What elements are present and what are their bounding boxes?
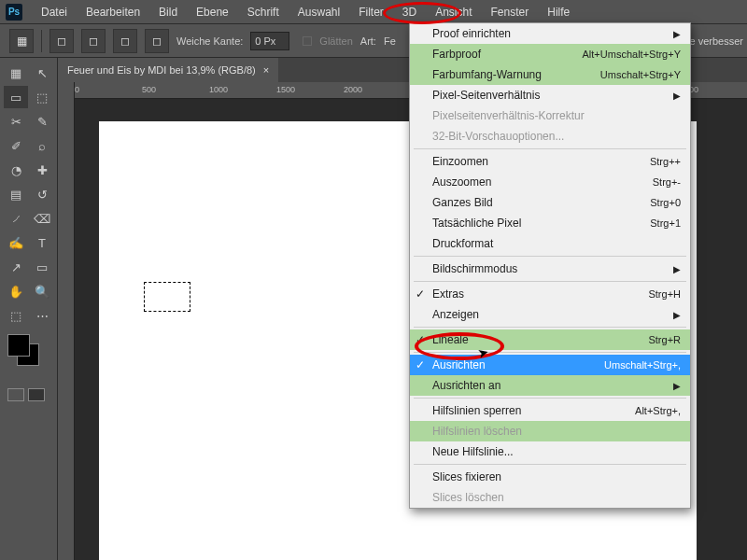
menu-hilfe[interactable]: Hilfe bbox=[538, 2, 579, 22]
menuitem-ausrichten[interactable]: AusrichtenUmschalt+Strg+, bbox=[410, 355, 690, 375]
menuitem-label: Ausrichten bbox=[432, 358, 486, 371]
menuitem-label: Proof einrichten bbox=[432, 27, 511, 40]
ruler-tick: 1500 bbox=[276, 85, 295, 94]
close-icon[interactable]: × bbox=[263, 64, 269, 76]
selection-new-icon[interactable]: ◻ bbox=[49, 29, 74, 53]
menu-filter[interactable]: Filter bbox=[349, 2, 393, 22]
tool-17[interactable]: ▭ bbox=[30, 256, 54, 278]
tool-16[interactable]: ↗ bbox=[4, 256, 28, 278]
tool-15[interactable]: T bbox=[30, 231, 54, 254]
tool-6[interactable]: ✐ bbox=[4, 134, 28, 157]
menuitem-slices-fixieren[interactable]: Slices fixieren bbox=[410, 467, 690, 487]
ruler-tick: 500 bbox=[142, 85, 156, 94]
document-tab[interactable]: Feuer und Eis by MDI bei 13,9% (RGB/8) × bbox=[58, 58, 278, 82]
menu-fenster[interactable]: Fenster bbox=[482, 2, 539, 22]
menubar: Ps DateiBearbeitenBildEbeneSchriftAuswah… bbox=[0, 0, 747, 24]
menuitem-auszoomen[interactable]: AuszoomenStrg+- bbox=[410, 172, 690, 192]
tool-18[interactable]: ✋ bbox=[4, 280, 28, 302]
menuitem-hilfslinien-l-schen: Hilfslinien löschen bbox=[410, 421, 690, 441]
menuitem-pixelseitenverh-ltnis-korrektur: Pixelseitenverhältnis-Korrektur bbox=[410, 105, 690, 126]
ruler-tick: 2000 bbox=[344, 85, 362, 94]
feather-label: Weiche Kante: bbox=[176, 35, 243, 47]
menu-bearbeiten[interactable]: Bearbeiten bbox=[77, 2, 149, 22]
menuitem-hilfslinien-sperren[interactable]: Hilfslinien sperrenAlt+Strg+, bbox=[410, 400, 690, 421]
tool-12[interactable]: ⟋ bbox=[4, 207, 28, 230]
menuitem-label: Ausrichten an bbox=[432, 379, 500, 392]
menu-datei[interactable]: Datei bbox=[32, 2, 77, 22]
menuitem-slices-l-schen: Slices löschen bbox=[410, 487, 690, 508]
menu-auswahl[interactable]: Auswahl bbox=[289, 2, 349, 22]
selection-sub-icon[interactable]: ◻ bbox=[113, 29, 137, 53]
menuitem-einzoomen[interactable]: EinzoomenStrg++ bbox=[410, 151, 690, 172]
menuitem-label: Hilfslinien sperren bbox=[432, 404, 521, 417]
shortcut-label: Umschalt+Strg+Y bbox=[600, 69, 681, 80]
tool-19[interactable]: 🔍 bbox=[30, 280, 54, 302]
menuitem-extras[interactable]: ExtrasStrg+H bbox=[410, 284, 690, 304]
tool-9[interactable]: ✚ bbox=[30, 159, 54, 181]
tool-0[interactable]: ▦ bbox=[4, 62, 28, 84]
menuitem-label: Druckformat bbox=[432, 237, 493, 250]
ruler-vertical bbox=[58, 82, 75, 560]
tool-2[interactable]: ▭ bbox=[4, 86, 28, 108]
menuitem-label: Farbumfang-Warnung bbox=[432, 68, 542, 81]
shortcut-label: Strg+1 bbox=[650, 217, 681, 229]
tool-preset-icon[interactable]: ▦ bbox=[9, 29, 34, 53]
tool-14[interactable]: ✍ bbox=[4, 231, 28, 254]
menuitem-ausrichten-an[interactable]: Ausrichten an▶ bbox=[410, 375, 690, 396]
tool-1[interactable]: ↖ bbox=[30, 62, 54, 84]
menuitem-farbproof[interactable]: FarbproofAlt+Umschalt+Strg+Y bbox=[410, 44, 690, 64]
app-logo: Ps bbox=[6, 4, 22, 21]
shortcut-label: Umschalt+Strg+, bbox=[604, 359, 681, 371]
screen-mode-icon[interactable] bbox=[7, 388, 24, 401]
menu-3d[interactable]: 3D bbox=[393, 2, 426, 22]
quickmask-icon[interactable] bbox=[28, 388, 45, 401]
menuitem-pixel-seitenverh-ltnis[interactable]: Pixel-Seitenverhältnis▶ bbox=[410, 85, 690, 105]
submenu-arrow-icon: ▶ bbox=[673, 310, 681, 320]
menu-bild[interactable]: Bild bbox=[149, 2, 187, 22]
view-menu-dropdown: Proof einrichten▶FarbproofAlt+Umschalt+S… bbox=[409, 22, 691, 509]
menuitem-label: Hilfslinien löschen bbox=[432, 425, 522, 438]
menuitem-tats-chliche-pixel[interactable]: Tatsächliche PixelStrg+1 bbox=[410, 213, 690, 233]
menuitem-farbumfang-warnung[interactable]: Farbumfang-WarnungUmschalt+Strg+Y bbox=[410, 64, 690, 85]
antialias-checkbox[interactable] bbox=[303, 36, 312, 46]
feather-input[interactable]: 0 Px bbox=[250, 32, 289, 50]
tool-21[interactable]: ⋯ bbox=[30, 304, 54, 327]
tool-10[interactable]: ▤ bbox=[4, 183, 28, 205]
submenu-arrow-icon: ▶ bbox=[673, 381, 681, 391]
menuitem-label: Einzoomen bbox=[432, 155, 488, 168]
menuitem-label: Bildschirmmodus bbox=[432, 262, 517, 275]
tool-20[interactable]: ⬚ bbox=[4, 304, 28, 327]
tool-7[interactable]: ⌕ bbox=[30, 134, 54, 157]
selection-int-icon[interactable]: ◻ bbox=[145, 29, 169, 53]
tool-13[interactable]: ⌫ bbox=[30, 207, 54, 230]
shortcut-label: Alt+Strg+, bbox=[635, 405, 681, 416]
tool-3[interactable]: ⬚ bbox=[30, 86, 54, 108]
menuitem-label: Auszoomen bbox=[432, 175, 491, 189]
menu-ansicht[interactable]: Ansicht bbox=[426, 2, 481, 22]
menuitem-neue-hilfslinie-[interactable]: Neue Hilfslinie... bbox=[410, 441, 690, 462]
menu-ebene[interactable]: Ebene bbox=[187, 2, 238, 22]
style-value: Fe bbox=[384, 35, 396, 47]
tool-4[interactable]: ✂ bbox=[4, 110, 28, 133]
document-title: Feuer und Eis by MDI bei 13,9% (RGB/8) bbox=[67, 64, 256, 76]
menu-schrift[interactable]: Schrift bbox=[238, 2, 289, 22]
tool-5[interactable]: ✎ bbox=[30, 110, 54, 133]
menuitem-ganzes-bild[interactable]: Ganzes BildStrg+0 bbox=[410, 192, 690, 213]
menuitem-32-bit-vorschauoptionen-: 32-Bit-Vorschauoptionen... bbox=[410, 126, 690, 147]
menuitem-label: Neue Hilfslinie... bbox=[432, 445, 514, 458]
color-swatches[interactable] bbox=[7, 334, 45, 371]
menuitem-bildschirmmodus[interactable]: Bildschirmmodus▶ bbox=[410, 259, 690, 279]
menuitem-proof-einrichten[interactable]: Proof einrichten▶ bbox=[410, 23, 690, 44]
tool-11[interactable]: ↺ bbox=[30, 183, 54, 205]
style-label: Art: bbox=[360, 35, 376, 47]
tool-8[interactable]: ◔ bbox=[4, 159, 28, 181]
menuitem-anzeigen[interactable]: Anzeigen▶ bbox=[410, 304, 690, 325]
menuitem-lineale[interactable]: LinealeStrg+R bbox=[410, 329, 690, 350]
ruler-tick: 1000 bbox=[209, 85, 228, 94]
foreground-swatch[interactable] bbox=[7, 334, 30, 357]
selection-add-icon[interactable]: ◻ bbox=[81, 29, 106, 53]
menuitem-label: Lineale bbox=[432, 333, 469, 346]
menuitem-label: Extras bbox=[432, 287, 464, 301]
shortcut-label: Strg+- bbox=[653, 176, 681, 188]
menuitem-druckformat[interactable]: Druckformat bbox=[410, 233, 690, 254]
